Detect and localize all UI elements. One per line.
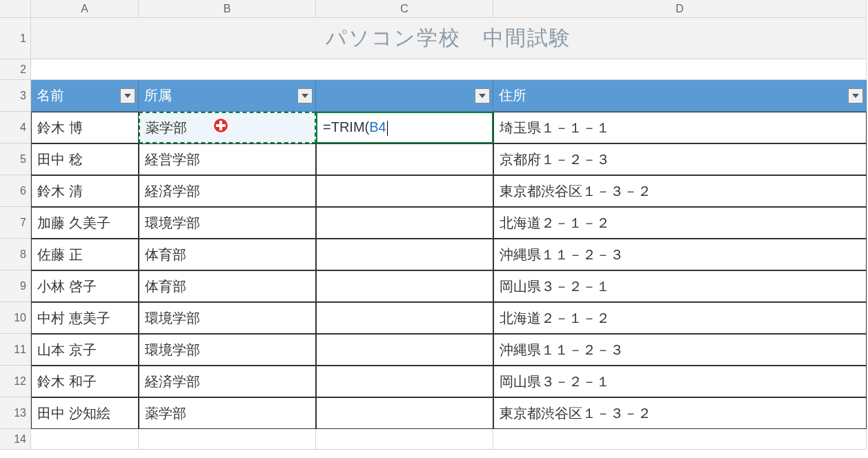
cell-A5[interactable]: 田中 稔 xyxy=(31,143,139,175)
cell-B6[interactable]: 経済学部 xyxy=(139,175,316,207)
cell-D11[interactable]: 沖縄県１１－２－３ xyxy=(493,334,867,366)
cell-B12[interactable]: 経済学部 xyxy=(139,366,316,397)
cell-C8[interactable] xyxy=(316,239,493,270)
row-header-1[interactable]: 1 xyxy=(0,18,31,59)
cell-C14[interactable] xyxy=(316,429,493,450)
cell-D7[interactable]: 北海道２－１－２ xyxy=(493,207,867,239)
cell-C7[interactable] xyxy=(316,207,493,239)
row-header-5[interactable]: 5 xyxy=(0,143,31,175)
filter-button-address[interactable] xyxy=(848,88,863,103)
chevron-down-icon xyxy=(124,94,131,98)
chevron-down-icon xyxy=(479,94,486,98)
cell-value: 薬学部 xyxy=(146,119,187,137)
cell-B9[interactable]: 体育部 xyxy=(139,270,316,302)
row-header-9[interactable]: 9 xyxy=(0,270,31,302)
cell-C9[interactable] xyxy=(316,270,493,302)
select-all-corner[interactable] xyxy=(0,0,31,18)
sheet-title[interactable]: パソコン学校 中間試験 xyxy=(31,18,867,59)
cell-B10[interactable]: 環境学部 xyxy=(139,302,316,334)
cell-A14[interactable] xyxy=(31,429,139,450)
cell-B4-referenced[interactable]: 薬学部 xyxy=(139,112,316,143)
header-label: 所属 xyxy=(144,86,172,105)
filter-button-c[interactable] xyxy=(475,88,490,103)
cell-D8[interactable]: 沖縄県１１－２－３ xyxy=(493,239,867,270)
cell-C6[interactable] xyxy=(316,175,493,207)
row-header-8[interactable]: 8 xyxy=(0,239,31,270)
chevron-down-icon xyxy=(852,94,859,98)
cell-D6[interactable]: 東京都渋谷区１－３－２ xyxy=(493,175,867,207)
cell-C11[interactable] xyxy=(316,334,493,366)
table-header-address[interactable]: 住所 xyxy=(493,80,867,112)
cell-B5[interactable]: 経営学部 xyxy=(139,143,316,175)
cell-D14[interactable] xyxy=(493,429,867,450)
col-header-A[interactable]: A xyxy=(31,0,139,18)
cell-A13[interactable]: 田中 沙知絵 xyxy=(31,397,139,429)
cell-C5[interactable] xyxy=(316,143,493,175)
cell-C4-editing[interactable]: =TRIM(B4 TRIM(文字列) xyxy=(316,112,493,143)
reference-cursor-icon xyxy=(211,116,230,135)
blank-row-2[interactable] xyxy=(31,59,867,80)
row-header-4[interactable]: 4 xyxy=(0,112,31,143)
row-header-13[interactable]: 13 xyxy=(0,397,31,429)
row-header-11[interactable]: 11 xyxy=(0,334,31,366)
header-label: 住所 xyxy=(499,86,526,105)
cell-A10[interactable]: 中村 恵美子 xyxy=(31,302,139,334)
cell-D12[interactable]: 岡山県３－２－１ xyxy=(493,366,867,397)
header-label: 名前 xyxy=(37,86,64,105)
svg-point-0 xyxy=(213,118,228,133)
cell-B11[interactable]: 環境学部 xyxy=(139,334,316,366)
row-header-12[interactable]: 12 xyxy=(0,366,31,397)
cell-A6[interactable]: 鈴木 清 xyxy=(31,175,139,207)
cell-D4[interactable]: 埼玉県１－１－１ xyxy=(493,112,867,143)
spreadsheet-grid[interactable]: A B C D 1 パソコン学校 中間試験 2 3 名前 所属 住所 4 鈴木 … xyxy=(0,0,868,450)
cell-B14[interactable] xyxy=(139,429,316,450)
svg-rect-1 xyxy=(219,121,222,130)
cell-B7[interactable]: 環境学部 xyxy=(139,207,316,239)
col-header-C[interactable]: C xyxy=(316,0,493,18)
svg-rect-2 xyxy=(216,124,226,127)
table-header-dept[interactable]: 所属 xyxy=(139,80,316,112)
cell-A4[interactable]: 鈴木 博 xyxy=(31,112,139,143)
col-header-D[interactable]: D xyxy=(493,0,867,18)
cell-D9[interactable]: 岡山県３－２－１ xyxy=(493,270,867,302)
table-header-c[interactable] xyxy=(316,80,493,112)
cell-C12[interactable] xyxy=(316,366,493,397)
cell-C13[interactable] xyxy=(316,397,493,429)
filter-button-dept[interactable] xyxy=(297,88,313,103)
chevron-down-icon xyxy=(302,94,308,98)
cell-C10[interactable] xyxy=(316,302,493,334)
row-header-7[interactable]: 7 xyxy=(0,207,31,239)
table-header-name[interactable]: 名前 xyxy=(31,80,139,112)
row-header-14[interactable]: 14 xyxy=(0,429,31,450)
cell-A11[interactable]: 山本 京子 xyxy=(31,334,139,366)
cell-D5[interactable]: 京都府１－２－３ xyxy=(493,143,867,175)
cell-D10[interactable]: 北海道２－１－２ xyxy=(493,302,867,334)
row-header-3[interactable]: 3 xyxy=(0,80,31,112)
col-header-B[interactable]: B xyxy=(139,0,316,18)
cell-A9[interactable]: 小林 啓子 xyxy=(31,270,139,302)
cell-A8[interactable]: 佐藤 正 xyxy=(31,239,139,270)
row-header-6[interactable]: 6 xyxy=(0,175,31,207)
row-header-10[interactable]: 10 xyxy=(0,302,31,334)
row-header-2[interactable]: 2 xyxy=(0,59,31,80)
cell-B13[interactable]: 薬学部 xyxy=(139,397,316,429)
filter-button-name[interactable] xyxy=(120,88,135,103)
cell-D13[interactable]: 東京都渋谷区１－３－２ xyxy=(493,397,867,429)
cell-A12[interactable]: 鈴木 和子 xyxy=(31,366,139,397)
cell-B8[interactable]: 体育部 xyxy=(139,239,316,270)
formula-text: =TRIM(B4 xyxy=(323,119,388,136)
cell-A7[interactable]: 加藤 久美子 xyxy=(31,207,139,239)
